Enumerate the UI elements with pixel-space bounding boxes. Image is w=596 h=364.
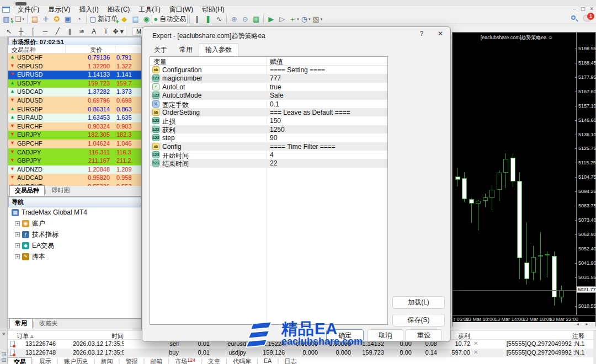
candle-chart-button[interactable]: ❚ <box>203 14 214 24</box>
expand-icon[interactable]: + <box>15 221 20 226</box>
cancel-button[interactable]: 取消 <box>367 329 403 341</box>
restore-icon[interactable]: ▢ <box>581 6 586 13</box>
market-watch-row[interactable]: ▼EURUSD1.141331.141 <box>8 71 141 79</box>
param-value[interactable]: Safe <box>270 92 284 99</box>
market-watch-tab-2[interactable]: 即时图 <box>46 185 76 196</box>
templates-dropdown-icon[interactable]: ▾ <box>321 17 323 22</box>
terminal-column-order[interactable]: 订单 ▵ <box>17 332 72 340</box>
param-value[interactable]: ==== Setting ==== <box>270 66 325 74</box>
templates-button[interactable]: ▧▾ <box>312 14 324 24</box>
market-watch-row[interactable]: ▼AUDCAD0.958200.958 <box>8 174 141 183</box>
market-watch-button[interactable]: ▤ <box>29 14 40 24</box>
dialog-tab-1[interactable]: 关于 <box>148 44 173 56</box>
terminal-tab-5[interactable]: 警报 <box>120 357 143 364</box>
column-header-symbol[interactable]: 交易品种 <box>12 46 36 54</box>
line-chart-button[interactable]: ∿ <box>214 14 225 24</box>
data-window-button[interactable]: ✛ <box>40 14 51 24</box>
market-watch-row[interactable]: ▼AUDNZD1.208481.209 <box>8 165 141 174</box>
dialog-help-button[interactable]: ? <box>416 30 428 41</box>
new-order-button[interactable]: ▢+新订单 <box>88 14 119 24</box>
close-order-icon[interactable]: ✕ <box>473 349 478 355</box>
market-watch-row[interactable]: ▲USDCAD1.372821.373 <box>8 88 141 97</box>
horizontal-line-tool-button[interactable]: ─ <box>39 26 51 36</box>
navigator-tab-1[interactable]: 常用 <box>9 318 33 329</box>
market-watch-column-headers[interactable]: 交易品种卖价买价 <box>8 45 141 53</box>
text-label-tool-button[interactable]: T <box>100 26 112 36</box>
terminal-tab-2[interactable]: 展示 <box>34 357 57 364</box>
strategy-tester-button[interactable]: ◔ <box>73 14 84 24</box>
menu-item-C[interactable]: 图表(C) <box>103 6 135 13</box>
parameter-row[interactable]: 123获利1250 <box>150 125 387 133</box>
market-watch-row[interactable]: ▼AUDUSD0.697960.698 <box>8 97 141 105</box>
indicators-button[interactable]: ＋▾ <box>288 14 300 24</box>
save-button[interactable]: 保存(S) <box>392 314 445 326</box>
cursor-tool-button[interactable]: ↖ <box>3 26 15 36</box>
menu-item-T[interactable]: 工具(T) <box>134 6 164 13</box>
terminal-strip-icon[interactable] <box>2 352 6 356</box>
market-watch-row[interactable]: ▲USDJPY159.723159.7 <box>8 79 141 88</box>
param-value[interactable]: 90 <box>270 134 277 142</box>
chart-area[interactable]: [eaclubshare.com]趋势策略ea ☺ <box>453 33 576 315</box>
indicators-dropdown-icon[interactable]: ▾ <box>297 17 299 22</box>
equidistant-channel-tool-button[interactable]: ∥ <box>63 26 76 36</box>
market-watch-row[interactable]: ▼GBPCHF1.046241.046 <box>8 140 141 148</box>
parameter-row[interactable]: ½固定手数0.1 <box>150 100 387 108</box>
crosshair-tool-button[interactable]: ┼ <box>15 26 27 36</box>
parameter-row[interactable]: ✓AutoLottrue <box>150 83 387 91</box>
navigator-tab-2[interactable]: 收藏夹 <box>34 318 63 329</box>
terminal-column-comment[interactable]: 注释 <box>482 332 584 340</box>
column-header-bid[interactable]: 卖价 <box>90 46 102 54</box>
market-watch-row[interactable]: ▼GBPJPY211.167211.2 <box>8 157 141 165</box>
navigator-item-1[interactable]: +◉账户 <box>8 218 141 229</box>
menu-item-I[interactable]: 插入(I) <box>74 6 103 13</box>
scroll-arrows-icon[interactable]: ◄ ► <box>576 322 591 326</box>
zoom-in-button[interactable]: ⊕ <box>228 14 240 24</box>
parameter-row[interactable]: 123AutoLotModeSafe <box>150 91 387 99</box>
param-value[interactable]: ==== Time Filter ==== <box>270 143 336 151</box>
market-watch-row[interactable]: ▼EURCHF0.903240.903 <box>8 122 141 131</box>
market-watch-row[interactable]: ▲EURAUD1.634531.635 <box>8 114 141 122</box>
metaeditor-button[interactable]: ◆ <box>119 14 130 24</box>
expand-icon[interactable]: + <box>15 243 20 248</box>
market-watch-row[interactable]: ▼GBPUSD1.322001.322 <box>8 62 141 71</box>
tile-windows-button[interactable]: ▦ <box>251 14 262 24</box>
price-scale[interactable]: 5198.955188.455177.955167.605157.105146.… <box>576 33 596 315</box>
chart-shift-button[interactable]: ▷ <box>276 14 288 24</box>
search-icon[interactable] <box>571 15 577 22</box>
navigator-item-2[interactable]: +ƒ技术指标 <box>8 229 141 240</box>
autotrading-button[interactable]: ●自动交易 <box>152 14 188 24</box>
terminal-column-time[interactable]: 时间 <box>73 332 124 340</box>
terminal-tab-11[interactable]: 日志 <box>279 357 302 364</box>
expand-icon[interactable]: + <box>15 232 20 237</box>
parameter-row[interactable]: abOrderSetting=== Leave as Default ==== <box>150 108 387 116</box>
expand-icon[interactable]: + <box>15 254 20 259</box>
param-value[interactable]: 1250 <box>270 126 285 133</box>
terminal-tab-9[interactable]: 代码库 <box>227 357 257 364</box>
options-button[interactable]: ▤ <box>130 14 141 24</box>
parameter-row[interactable]: 123止损150 <box>150 116 387 125</box>
dialog-tab-2[interactable]: 常用 <box>173 44 199 56</box>
shapes-tool-button[interactable]: ✥ ▾ <box>112 26 124 36</box>
dialog-close-button[interactable]: ✕ <box>433 30 448 41</box>
parameter-row[interactable]: 123结束时间22 <box>150 159 387 167</box>
param-value[interactable]: 0.1 <box>270 100 279 108</box>
new-chart-button[interactable]: ▥+▾ <box>2 14 14 24</box>
param-value[interactable]: 777 <box>270 74 281 82</box>
terminal-tab-6[interactable]: 邮箱 <box>145 357 168 364</box>
param-value[interactable]: 150 <box>270 117 281 125</box>
time-axis[interactable]: r 06:0013 Mar 10:0013 Mar 14:0013 Mar 18… <box>453 315 596 322</box>
terminal-strip-icon[interactable] <box>2 358 6 362</box>
terminal-close-icon[interactable]: ✕ <box>2 331 6 337</box>
parameter-row[interactable]: abConfiguration==== Setting ==== <box>150 66 387 74</box>
dialog-tab-3[interactable]: 输入参数 <box>199 43 238 57</box>
profiles-button[interactable]: ❏▾ <box>14 14 25 24</box>
terminal-panel-button[interactable]: ▣ <box>62 14 73 24</box>
terminal-tab-10[interactable]: EA <box>258 357 278 364</box>
market-watch-row[interactable]: ▼CADJPY116.311116.3 <box>8 148 141 157</box>
load-button[interactable]: 加载(L) <box>392 296 445 309</box>
terminal-tab-3[interactable]: 账户历史 <box>58 357 94 364</box>
periods-button[interactable]: ◷▾ <box>300 14 312 24</box>
parameter-row[interactable]: 123step90 <box>150 133 387 142</box>
parameter-row[interactable]: 123开始时间4 <box>150 151 387 159</box>
auto-scroll-button[interactable]: ▶ <box>265 14 276 24</box>
